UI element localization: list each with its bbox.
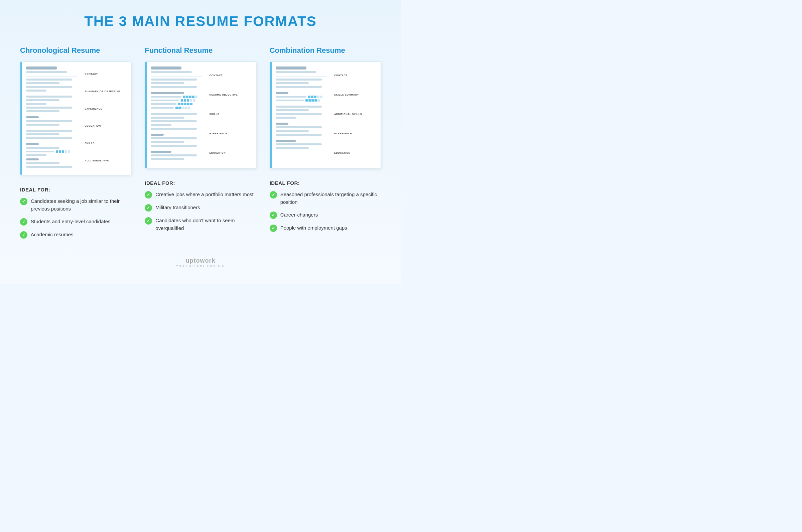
section-contact-func: CONTACT [210,74,253,77]
checkmark-icon [20,218,27,226]
functional-resume-preview: CONTACT RESUME OBJECTIVE SKILLS EXPERIEN… [145,61,256,168]
list-item: Military transitioners [145,204,256,211]
list-item: Candidates seeking a job similar to thei… [20,197,131,212]
footer-logo: uptowork [20,257,381,264]
section-skills: SKILLS [84,142,128,145]
combination-ideal-for: IDEAL FOR: Seasoned professionals target… [270,180,381,237]
subtitle-line [276,71,317,73]
functional-resume-left [145,62,206,168]
columns-container: Chronological Resume [20,46,381,244]
section-contact: CONTACT [84,73,128,76]
section-skills-func: SKILLS [210,113,253,116]
combination-ideal-text-2: Career-changers [280,211,318,219]
combination-ideal-text-1: Seasoned professionals targeting a speci… [280,191,381,206]
section-contact-combo: CONTACT [334,74,377,77]
list-item: People with employment gaps [270,224,381,232]
ideal-text-2: Students and entry-level candidates [31,218,110,226]
chronological-ideal-for: IDEAL FOR: Candidates seeking a job simi… [20,187,131,244]
list-item: Students and entry-level candidates [20,218,131,226]
combination-resume-left [270,62,331,168]
combination-resume-right-labels: CONTACT SKILLS SUMMARY ADDITIONAL SKILLS… [331,62,381,168]
section-additional-skills-combo: ADDITIONAL SKILLS [334,113,377,116]
checkmark-icon [270,191,277,198]
section-objective-func: RESUME OBJECTIVE [210,93,253,96]
chronological-resume-preview: CONTACT SUMMARY OR OBJECTIVE EXPERIENCE … [20,61,131,175]
name-line [276,66,306,70]
section-experience: EXPERIENCE [84,107,128,110]
list-item: Academic resumes [20,231,131,239]
section-education-combo: EDUCATION [334,151,377,154]
footer: uptowork YOUR RESUME BUILDER [20,254,381,268]
page-title: THE 3 MAIN RESUME FORMATS [20,13,381,30]
ideal-text-3: Academic resumes [31,231,74,239]
functional-ideal-label: IDEAL FOR: [145,180,256,186]
combination-column: Combination Resume [270,46,381,237]
functional-title: Functional Resume [145,46,256,55]
list-item: Career-changers [270,211,381,219]
checkmark-icon [145,191,152,198]
resume-left-content [20,62,81,175]
chronological-column: Chronological Resume [20,46,131,244]
combination-resume-preview: CONTACT SKILLS SUMMARY ADDITIONAL SKILLS… [270,61,381,168]
chronological-title: Chronological Resume [20,46,131,55]
section-additional: ADDITIONAL INFO [84,159,128,162]
functional-ideal-text-3: Candidates who don't want to seem overqu… [155,217,256,232]
functional-ideal-for: IDEAL FOR: Creative jobs where a portfol… [145,180,256,237]
combination-ideal-label: IDEAL FOR: [270,180,381,186]
ideal-text-1: Candidates seeking a job similar to thei… [31,197,131,212]
list-item: Candidates who don't want to seem overqu… [145,217,256,232]
footer-tagline: YOUR RESUME BUILDER [20,264,381,268]
checkmark-icon [145,204,152,211]
checkmark-icon [20,231,27,239]
chronological-ideal-label: IDEAL FOR: [20,187,131,192]
functional-ideal-text-1: Creative jobs where a portfolio matters … [155,191,253,198]
section-experience-combo: EXPERIENCE [334,132,377,135]
combination-title: Combination Resume [270,46,381,55]
name-line [26,66,57,70]
section-summary: SUMMARY OR OBJECTIVE [84,90,128,93]
resume-right-labels: CONTACT SUMMARY OR OBJECTIVE EXPERIENCE … [81,62,131,175]
page-wrapper: THE 3 MAIN RESUME FORMATS Chronological … [0,0,401,284]
name-line [151,66,182,70]
combination-ideal-text-3: People with employment gaps [280,224,347,232]
checkmark-icon [145,217,152,225]
functional-ideal-text-2: Military transitioners [155,204,200,211]
section-experience-func: EXPERIENCE [210,132,253,135]
functional-resume-right-labels: CONTACT RESUME OBJECTIVE SKILLS EXPERIEN… [206,62,256,168]
subtitle-line [26,71,67,73]
section-education: EDUCATION [84,124,128,127]
checkmark-icon [270,211,277,219]
checkmark-icon [20,198,27,205]
subtitle-line [151,71,192,73]
section-education-func: EDUCATION [210,151,253,154]
checkmark-icon [270,225,277,232]
list-item: Seasoned professionals targeting a speci… [270,191,381,206]
functional-column: Functional Resume [145,46,256,237]
section-skills-summary-combo: SKILLS SUMMARY [334,93,377,96]
list-item: Creative jobs where a portfolio matters … [145,191,256,198]
